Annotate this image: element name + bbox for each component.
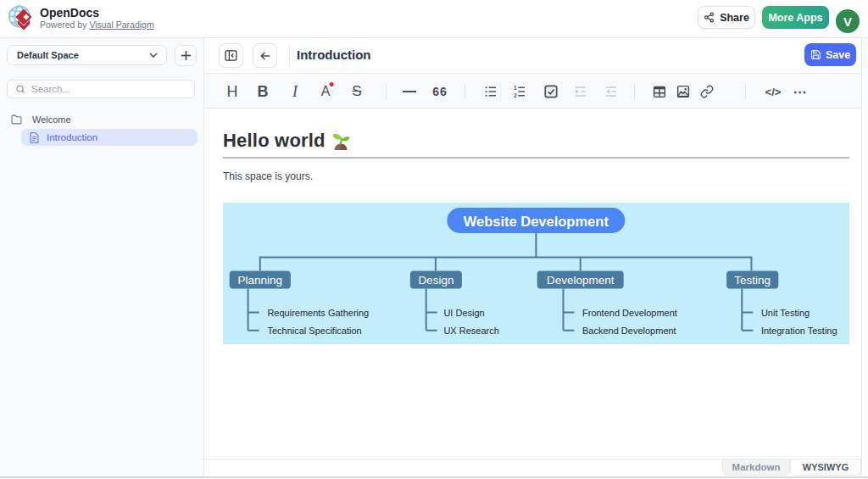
svg-text:Design: Design	[418, 274, 453, 287]
svg-text:Development: Development	[547, 274, 615, 287]
svg-text:Frontend Development: Frontend Development	[582, 308, 677, 318]
svg-text:UI Design: UI Design	[443, 308, 484, 318]
svg-text:Website Development: Website Development	[464, 214, 609, 229]
svg-text:2: 2	[514, 92, 517, 98]
svg-text:Requirements Gathering: Requirements Gathering	[267, 308, 369, 318]
svg-text:Testing: Testing	[734, 274, 771, 287]
svg-text:Integration Testing: Integration Testing	[761, 326, 837, 336]
svg-text:1: 1	[514, 85, 517, 91]
svg-text:Backend Development: Backend Development	[582, 326, 676, 336]
svg-text:Unit Testing: Unit Testing	[761, 308, 810, 318]
svg-text:UX Research: UX Research	[443, 326, 498, 336]
svg-text:Planning: Planning	[238, 274, 283, 287]
svg-text:Technical Specification: Technical Specification	[267, 326, 361, 336]
